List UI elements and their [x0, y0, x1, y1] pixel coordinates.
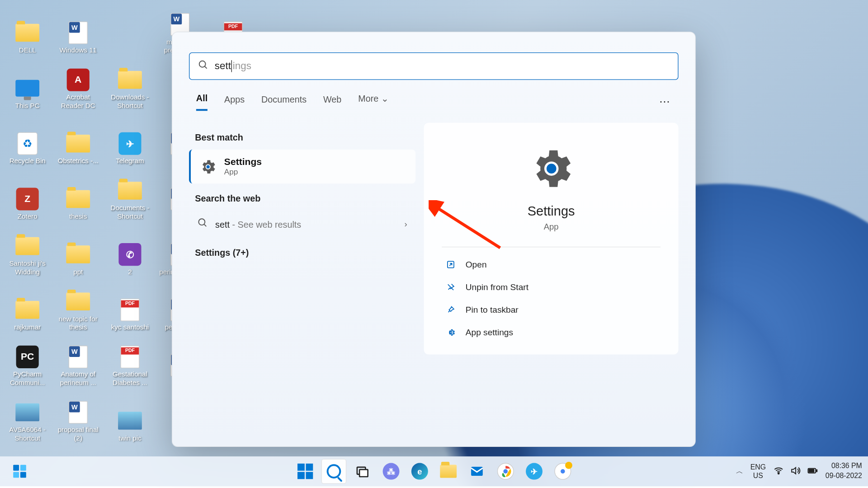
search-results-left: Best match Settings App Search the web [189, 123, 415, 355]
desktop-icon-label: PyCharm Communi... [4, 371, 51, 387]
desktop-icon[interactable]: ppt [54, 221, 103, 277]
preview-action-app-settings[interactable]: App settings [442, 321, 660, 344]
taskbar-telegram[interactable]: ✈ [522, 459, 547, 483]
folder-icon [64, 243, 92, 267]
svg-rect-14 [359, 469, 368, 477]
desktop-icon[interactable]: thesis [54, 166, 103, 221]
svg-point-3 [198, 219, 205, 225]
desktop-icon-label: ppt [73, 268, 83, 277]
desktop-icon[interactable]: Downloads - Shortcut [105, 55, 154, 110]
battery-icon[interactable] [807, 465, 818, 478]
language-switcher[interactable]: ENG US [750, 463, 766, 480]
taskbar-chrome-profile[interactable] [550, 459, 575, 483]
desktop-icon-label: Santoshi ji's Widding [4, 260, 51, 276]
desktop-icon-label: Recycle Bin [9, 157, 46, 165]
best-match-settings[interactable]: Settings App [189, 150, 415, 183]
desktop-icon[interactable]: proposal final (2) [54, 387, 103, 443]
desktop-icon-label: This PC [15, 102, 40, 110]
svg-rect-12 [20, 472, 26, 478]
search-bar[interactable]: settings [189, 52, 679, 80]
desktop-icon[interactable]: kyc santoshi [105, 277, 154, 332]
gear-icon [445, 327, 456, 338]
desktop-icon-label: Obstetrics -... [58, 157, 99, 165]
app-icon: ✆ [116, 243, 144, 267]
app-icon: PC [13, 345, 42, 369]
start-button[interactable] [292, 459, 317, 483]
preview-action-pin-taskbar[interactable]: Pin to taskbar [442, 299, 660, 321]
svg-point-2 [207, 165, 210, 168]
doc-icon [64, 345, 92, 369]
gear-icon [199, 158, 217, 176]
svg-point-0 [199, 61, 206, 67]
svg-rect-10 [20, 465, 26, 471]
tab-web[interactable]: Web [323, 94, 341, 110]
desktop-icon[interactable]: DELL [3, 0, 52, 55]
app-icon: A [64, 68, 92, 92]
desktop-icon[interactable]: ZZotero [3, 166, 52, 221]
search-button[interactable] [321, 459, 346, 483]
task-view-button[interactable] [350, 459, 375, 483]
desktop-icon[interactable]: Obstetrics -... [54, 110, 103, 166]
svg-point-20 [778, 473, 779, 474]
tab-documents[interactable]: Documents [261, 94, 307, 110]
desktop-icon[interactable]: Anatomy of perineum ... [54, 332, 103, 388]
widgets-button[interactable] [7, 459, 32, 483]
gear-icon [527, 144, 576, 193]
start-search-popup: settings All Apps Documents Web More ⌄ ⋯… [172, 32, 696, 447]
clock[interactable]: 08:36 PM 09-08-2022 [826, 462, 862, 481]
desktop-icon[interactable]: Recycle Bin [3, 110, 52, 166]
volume-icon[interactable] [790, 465, 801, 478]
desktop-icon[interactable]: ✈Telegram [105, 110, 154, 166]
svg-point-19 [561, 469, 565, 474]
app-icon: ✈ [116, 132, 144, 156]
svg-line-4 [204, 224, 206, 226]
desktop-icon[interactable]: twin pic [105, 387, 154, 443]
tray-overflow-icon[interactable]: ︿ [736, 466, 743, 476]
chevron-down-icon: ⌄ [381, 94, 389, 103]
taskbar-explorer[interactable] [436, 459, 461, 483]
monitor-icon [13, 76, 42, 100]
bin-icon [13, 132, 42, 156]
desktop-icon[interactable]: AAcrobat Reader DC [54, 55, 103, 110]
best-match-subtitle: App [224, 168, 262, 177]
search-icon [198, 60, 209, 73]
preview-action-label: Pin to taskbar [466, 305, 519, 314]
desktop-icon[interactable]: rajkumar [3, 277, 52, 332]
desktop-icon[interactable]: Windows 11 [54, 0, 103, 55]
desktop-icon-label: proposal final (2) [54, 426, 102, 442]
web-result-text: sett - See web results [215, 219, 301, 229]
folder-icon [116, 179, 144, 203]
desktop-icon-label: thesis [69, 213, 87, 221]
preview-action-label: Open [466, 260, 487, 269]
preview-action-open[interactable]: Open [442, 253, 660, 276]
desktop-icon-label: twin pic [118, 435, 142, 443]
best-match-title: Settings [224, 157, 262, 168]
folder-icon [64, 290, 92, 314]
wifi-icon[interactable] [773, 465, 784, 478]
desktop-icon-label: AV5A6064 - Shortcut [4, 426, 51, 442]
taskbar-edge[interactable]: e [407, 459, 432, 483]
web-result-sett[interactable]: sett - See web results › [189, 210, 415, 238]
tab-apps[interactable]: Apps [224, 94, 245, 110]
folder-icon [64, 187, 92, 211]
tab-all[interactable]: All [196, 93, 208, 111]
preview-action-unpin-start[interactable]: Unpin from Start [442, 276, 660, 299]
desktop-icon[interactable]: PCPyCharm Communi... [3, 332, 52, 388]
desktop-icon[interactable]: Documents - Shortcut [105, 166, 154, 221]
open-icon [445, 259, 456, 270]
taskbar-chrome[interactable] [493, 459, 518, 483]
doc-icon [64, 21, 92, 45]
desktop-icon[interactable]: This PC [3, 55, 52, 110]
desktop-icon[interactable]: new topic for thesis [54, 277, 103, 332]
desktop-icon[interactable]: Santoshi ji's Widding [3, 221, 52, 277]
tab-more[interactable]: More ⌄ [358, 94, 389, 110]
taskbar-teams[interactable]: ⁂ [378, 459, 403, 483]
desktop-icon[interactable]: ✆2 [105, 221, 154, 277]
desktop-icon[interactable]: AV5A6064 - Shortcut [3, 387, 52, 443]
desktop-icon[interactable]: Gestational Diabetes ... [105, 332, 154, 388]
folder-icon [13, 21, 42, 45]
taskbar-mail[interactable] [464, 459, 489, 483]
more-options-icon[interactable]: ⋯ [659, 95, 671, 108]
settings-group-header[interactable]: Settings (7+) [189, 238, 415, 264]
svg-rect-11 [13, 472, 19, 478]
